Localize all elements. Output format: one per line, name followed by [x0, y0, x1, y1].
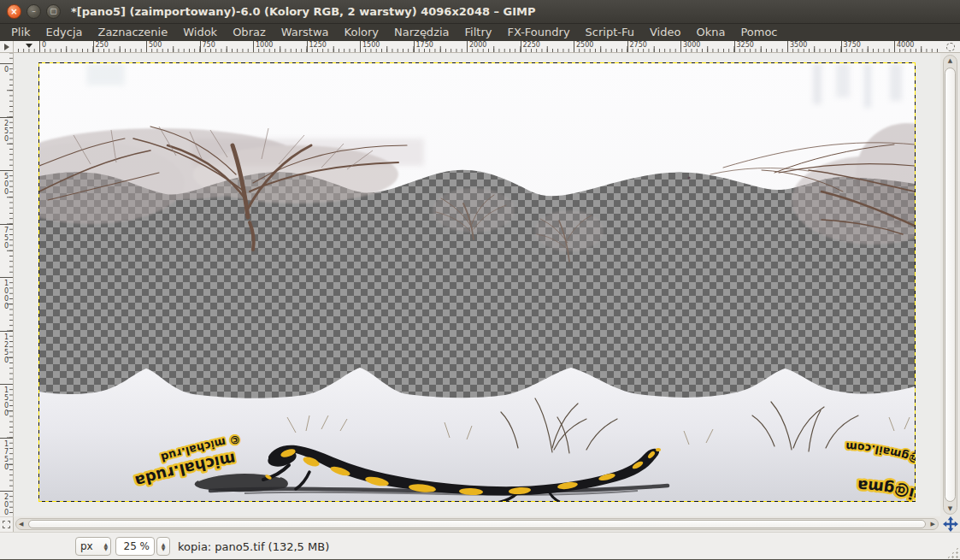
hruler-label: 2250 [521, 41, 540, 52]
vruler-label: 750 [0, 224, 13, 250]
magnifier-icon [946, 43, 955, 51]
pointer-position-marker [26, 44, 32, 48]
vertical-ruler[interactable]: 025050075010001250150017502000 [0, 53, 14, 516]
gimp-window: × – ▢ *[pano5] (zaimportowany)-6.0 (Kolo… [0, 0, 960, 560]
hruler-label: 4000 [894, 41, 914, 52]
hruler-label: 1750 [414, 41, 433, 52]
menu-obraz[interactable]: Obraz [225, 24, 274, 41]
vruler-label: 1500 [0, 384, 13, 417]
unit-spinner[interactable]: ▲▼ [103, 542, 108, 551]
horizontal-scrollbar-thumb[interactable] [28, 520, 926, 528]
horizontal-ruler[interactable]: 0250500750100012501500175020002250250027… [14, 41, 940, 53]
close-button[interactable]: × [7, 4, 21, 19]
quick-mask-toggle[interactable] [0, 516, 14, 532]
scroll-up-icon[interactable]: ▲ [944, 56, 957, 66]
hruler-label: 3750 [841, 41, 861, 52]
hruler-label: 2750 [627, 41, 647, 52]
scroll-left-icon[interactable]: ◀ [19, 519, 23, 529]
menu-zaznaczenie[interactable]: Zaznaczenie [90, 24, 175, 41]
canvas-viewport[interactable]: © michal.rud michal.ruda @gmail.com ki@g… [14, 53, 940, 516]
resize-grip[interactable] [946, 546, 959, 559]
vruler-label: 1250 [0, 331, 13, 364]
scroll-down-icon[interactable]: ▼ [944, 504, 957, 514]
hruler-label: 2500 [574, 41, 593, 52]
workspace: 0250500750100012501500175020002250250027… [0, 41, 960, 532]
panorama-image: © michal.rud michal.ruda @gmail.com ki@g… [39, 63, 915, 501]
menu-arrow-icon [4, 44, 9, 50]
menu-widok[interactable]: Widok [175, 24, 225, 41]
window-title: *[pano5] (zaimportowany)-6.0 (Kolory RGB… [71, 5, 536, 18]
hruler-label: 1250 [307, 41, 327, 52]
titlebar: × – ▢ *[pano5] (zaimportowany)-6.0 (Kolo… [0, 0, 960, 24]
pan-cross-icon [943, 516, 958, 532]
horizontal-scrollbar[interactable]: ◀ ▶ [14, 516, 940, 532]
unit-value: px [79, 540, 103, 552]
menu-warstwa[interactable]: Warstwa [274, 24, 337, 41]
hruler-label: 3500 [787, 41, 807, 52]
menu-edycja[interactable]: Edycja [38, 24, 91, 41]
vruler-label: 1750 [0, 438, 13, 471]
scroll-right-icon[interactable]: ▶ [931, 519, 935, 529]
menu-fx-foundry[interactable]: FX-Foundry [499, 24, 577, 41]
navigation-button[interactable] [940, 516, 960, 532]
quick-mask-icon [3, 521, 10, 528]
hruler-label: 3250 [734, 41, 754, 52]
status-message: kopia: pano5.tif (132,5 MB) [178, 540, 329, 553]
hruler-label: 1000 [253, 41, 273, 52]
hruler-label: 500 [146, 41, 162, 52]
vertical-scrollbar-thumb[interactable] [945, 68, 956, 502]
hruler-label: 250 [93, 41, 109, 52]
status-bar: px ▲▼ 25 % ▲▼ kopia: pano5.tif (132,5 MB… [0, 532, 960, 560]
menu-script-fu[interactable]: Script-Fu [578, 24, 642, 41]
ruler-corner-menu-button[interactable] [0, 41, 14, 53]
hruler-label: 750 [200, 41, 215, 52]
menu-filtry[interactable]: Filtry [457, 24, 500, 41]
hruler-label: 3000 [680, 41, 700, 52]
vruler-label: 1000 [0, 277, 13, 310]
hruler-label: 1500 [360, 41, 380, 52]
vruler-label: 0 [0, 63, 13, 74]
layer-boundary: © michal.rud michal.ruda @gmail.com ki@g… [38, 62, 916, 502]
unit-combobox[interactable]: px ▲▼ [75, 537, 111, 556]
minimize-button[interactable]: – [27, 4, 41, 19]
hruler-label: 0 [39, 41, 46, 52]
menu-bar: PlikEdycjaZaznaczenieWidokObrazWarstwaKo… [0, 24, 960, 41]
maximize-button[interactable]: ▢ [46, 4, 61, 19]
vruler-label: 250 [0, 117, 13, 143]
zoom-spinner[interactable]: ▲▼ [156, 537, 170, 556]
menu-okna[interactable]: Okna [688, 24, 733, 41]
zoom-follow-window-button[interactable] [940, 41, 960, 53]
vruler-label: 500 [0, 170, 13, 196]
vruler-label: 2000 [0, 491, 13, 516]
zoom-input[interactable]: 25 % [115, 537, 155, 556]
hruler-label: 2000 [467, 41, 486, 52]
menu-plik[interactable]: Plik [3, 24, 38, 41]
menu-narzdzia[interactable]: Narzędzia [386, 24, 457, 41]
menu-kolory[interactable]: Kolory [337, 24, 386, 41]
menu-video[interactable]: Video [642, 24, 688, 41]
menu-pomoc[interactable]: Pomoc [733, 24, 785, 41]
vertical-scrollbar[interactable]: ▲ ▼ [940, 53, 960, 516]
